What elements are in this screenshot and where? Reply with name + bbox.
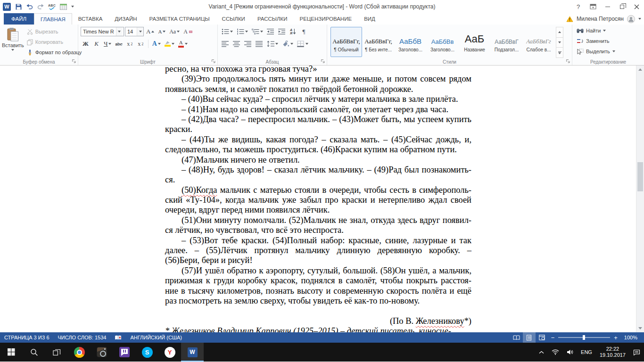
find-button[interactable]: Найти <box>574 25 643 36</box>
word-taskbar-button[interactable]: W <box>181 343 204 362</box>
tab-view[interactable]: ВИД <box>358 13 381 25</box>
font-color-button[interactable]: А <box>177 39 189 49</box>
chrome-taskbar-button[interactable] <box>68 343 91 362</box>
style-title[interactable]: АаБ Название <box>459 27 490 57</box>
grow-font-button[interactable]: А <box>145 26 156 37</box>
style-no-spacing[interactable]: АаБбВвГг, ¶ Без инте... <box>363 27 394 57</box>
tab-insert[interactable]: ВСТАВКА <box>72 13 109 25</box>
tab-home[interactable]: ГЛАВНАЯ <box>34 13 72 25</box>
change-case-button[interactable]: Аа <box>168 26 181 37</box>
shading-button[interactable] <box>281 39 295 49</box>
spelling-grammar-icon[interactable]: ABC <box>48 4 56 10</box>
read-mode-button[interactable] <box>510 332 523 343</box>
increase-indent-button[interactable] <box>277 26 287 37</box>
tab-review[interactable]: РЕЦЕНЗИРОВАНИЕ <box>294 13 358 25</box>
web-layout-button[interactable] <box>536 332 548 343</box>
borders-button[interactable] <box>296 39 310 49</box>
sort-button[interactable]: АЯ <box>288 26 298 37</box>
font-name-combo[interactable]: Times New R <box>81 27 124 36</box>
bold-button[interactable]: Ж <box>81 39 91 49</box>
volume-control[interactable] <box>563 343 577 362</box>
keyboard-language[interactable]: ENG <box>577 343 596 362</box>
action-center-button[interactable] <box>629 343 644 362</box>
paste-button[interactable]: Вставить <box>1 25 25 57</box>
styles-dialog-launcher[interactable] <box>566 59 570 64</box>
task-view-button[interactable] <box>45 343 68 362</box>
underline-button[interactable]: Ч <box>102 39 113 49</box>
ribbon-display-options-button[interactable] <box>586 0 600 13</box>
align-center-button[interactable] <box>231 39 242 49</box>
text-effects-button[interactable]: А <box>151 39 162 49</box>
clipboard-dialog-launcher[interactable] <box>72 59 76 64</box>
save-icon[interactable] <box>15 3 22 10</box>
network-status[interactable] <box>548 343 563 362</box>
font-dialog-launcher[interactable] <box>211 59 216 64</box>
zoom-slider-thumb[interactable] <box>583 335 585 340</box>
align-left-button[interactable] <box>220 39 231 49</box>
word-count[interactable]: ЧИСЛО СЛОВ: 1534 <box>54 332 111 343</box>
scroll-up-button[interactable] <box>636 66 644 74</box>
yandex-taskbar-button[interactable]: Y <box>158 343 181 362</box>
line-spacing-button[interactable] <box>265 39 280 49</box>
style-subtitle[interactable]: АаБбВвГ Подзагол... <box>491 27 522 57</box>
bullets-button[interactable] <box>220 26 234 37</box>
decrease-indent-button[interactable] <box>265 26 276 37</box>
superscript-button[interactable]: х2 <box>136 39 146 49</box>
vertical-scrollbar[interactable] <box>636 66 644 332</box>
help-button[interactable]: ? <box>571 0 586 13</box>
tab-mailings[interactable]: РАССЫЛКИ <box>251 13 294 25</box>
style-subtle-emphasis[interactable]: АаБбВвГг Слабое в... <box>523 27 554 57</box>
scrollbar-thumb[interactable] <box>637 162 643 191</box>
instagram-taskbar-button[interactable] <box>91 343 113 362</box>
twitch-taskbar-button[interactable] <box>113 343 136 362</box>
clear-formatting-button[interactable]: А <box>182 26 194 37</box>
replace-button[interactable]: Заменить <box>574 36 643 46</box>
scroll-down-button[interactable] <box>636 324 644 332</box>
styles-scroll-down-button[interactable] <box>556 37 563 48</box>
taskbar-search-button[interactable] <box>23 343 45 362</box>
shrink-font-button[interactable]: А <box>157 26 167 37</box>
numbering-button[interactable] <box>235 26 249 37</box>
styles-more-button[interactable] <box>556 47 563 58</box>
minimize-button[interactable] <box>600 0 615 13</box>
align-right-button[interactable] <box>243 39 253 49</box>
redo-icon[interactable] <box>37 4 44 9</box>
zoom-slider[interactable] <box>558 337 610 338</box>
taskbar-clock[interactable]: 22:22 19.10.2017 <box>596 343 629 362</box>
account-area[interactable]: Милена Петросян <box>566 13 641 25</box>
table-icon[interactable] <box>60 4 67 10</box>
copy-button[interactable]: Копировать <box>25 37 84 47</box>
tab-page-layout[interactable]: РАЗМЕТКА СТРАНИЦЫ <box>143 13 216 25</box>
start-button[interactable] <box>0 343 23 362</box>
proofing-status[interactable] <box>110 332 126 343</box>
tab-references[interactable]: ССЫЛКИ <box>216 13 251 25</box>
paragraph-dialog-launcher[interactable] <box>321 59 325 64</box>
zoom-out-button[interactable]: − <box>548 334 558 341</box>
restore-button[interactable] <box>615 0 629 13</box>
strikethrough-button[interactable]: abc <box>114 39 124 49</box>
italic-button[interactable]: К <box>91 39 101 49</box>
qat-customize-caret-icon[interactable] <box>71 6 74 8</box>
close-button[interactable] <box>629 0 644 13</box>
skype-taskbar-button[interactable]: S <box>136 343 158 362</box>
show-marks-button[interactable]: ¶ <box>299 26 309 37</box>
style-heading1[interactable]: АаБбВ Заголово... <box>395 27 426 57</box>
tab-design[interactable]: ДИЗАЙН <box>108 13 143 25</box>
subscript-button[interactable]: х2 <box>125 39 135 49</box>
undo-icon[interactable] <box>26 4 33 9</box>
style-normal[interactable]: АаБбВвГг, ¶ Обычный <box>330 27 362 57</box>
hidden-icons-button[interactable] <box>535 343 548 362</box>
style-heading2[interactable]: АаБбВв Заголово... <box>427 27 458 57</box>
font-size-combo[interactable]: 14 <box>125 27 144 36</box>
multilevel-list-button[interactable] <box>250 26 264 37</box>
document-page[interactable]: ресно, на что похожа эта грозовая туча?»… <box>165 66 471 332</box>
format-painter-button[interactable]: Формат по образцу <box>25 47 84 58</box>
select-button[interactable]: Выделить <box>574 46 643 57</box>
tab-file[interactable]: ФАЙЛ <box>4 13 34 25</box>
zoom-in-button[interactable]: + <box>611 334 620 341</box>
print-layout-button[interactable] <box>523 332 536 343</box>
zoom-level[interactable]: 100% <box>620 335 642 340</box>
cut-button[interactable]: Вырезать <box>25 26 84 37</box>
justify-button[interactable] <box>254 39 264 49</box>
highlight-color-button[interactable] <box>163 39 176 49</box>
